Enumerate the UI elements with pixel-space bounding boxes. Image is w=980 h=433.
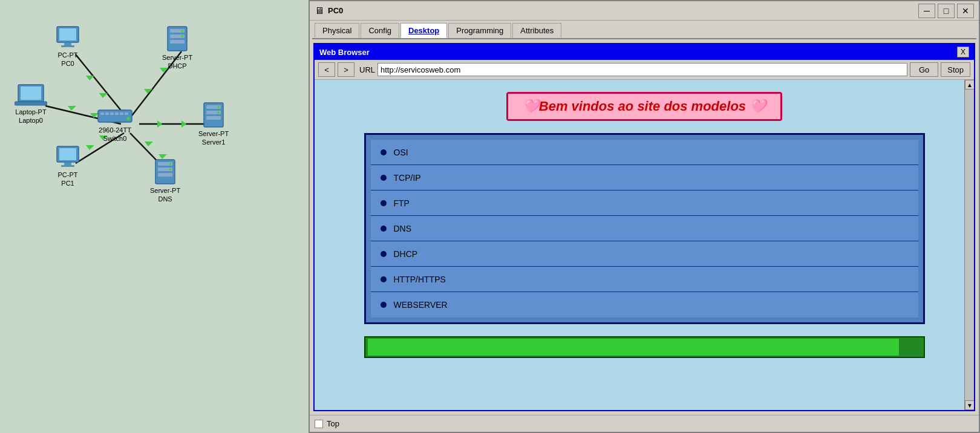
device-pc1[interactable]: PC-PTPC1 [53, 145, 82, 188]
svg-rect-47 [64, 162, 71, 165]
maximize-button[interactable]: □ [938, 4, 955, 18]
scrollbar-vertical[interactable]: ▲ ▼ [964, 80, 974, 410]
device-pc0-label: PC-PTPC0 [58, 51, 78, 68]
browser-nav-bar: < > URL Go Stop [315, 60, 974, 80]
ftp-label: FTP [394, 198, 410, 208]
top-label: Top [327, 419, 339, 428]
menu-item-dns[interactable]: DNS [371, 216, 918, 241]
device-dhcp-label: Server-PTDHCP [162, 53, 192, 71]
minimize-button[interactable]: ─ [918, 4, 935, 18]
top-checkbox[interactable] [315, 420, 323, 428]
svg-point-43 [217, 106, 220, 108]
svg-rect-33 [105, 112, 109, 115]
svg-marker-13 [181, 120, 186, 128]
server-icon [163, 25, 192, 52]
forward-button[interactable]: > [338, 62, 354, 77]
svg-marker-7 [99, 93, 108, 98]
webserver-bullet [381, 302, 387, 308]
browser-container: Web Browser X < > URL Go Stop 🩷Bem vindo [310, 39, 979, 415]
tab-config[interactable]: Config [361, 23, 399, 38]
svg-point-26 [181, 30, 183, 32]
device-pc1-label: PC-PTPC1 [58, 171, 78, 188]
go-button[interactable]: Go [910, 62, 938, 77]
browser-close-button[interactable]: X [957, 47, 969, 57]
device-dhcp[interactable]: Server-PTDHCP [162, 25, 192, 71]
svg-marker-12 [157, 120, 162, 128]
device-dns[interactable]: Server-PTDNS [150, 158, 180, 204]
menu-item-osi[interactable]: OSI [371, 140, 918, 165]
svg-rect-42 [206, 116, 221, 120]
menu-item-ftp[interactable]: FTP [371, 190, 918, 216]
tab-attributes[interactable]: Attributes [512, 23, 561, 38]
svg-rect-35 [115, 112, 119, 115]
http-label: HTTP/HTTPS [394, 275, 446, 284]
ftp-bullet [381, 200, 387, 206]
svg-rect-25 [170, 40, 185, 44]
scroll-down-button[interactable]: ▼ [965, 400, 974, 410]
svg-rect-29 [21, 86, 41, 100]
svg-rect-36 [120, 112, 123, 115]
tab-physical[interactable]: Physical [315, 23, 359, 38]
tab-desktop[interactable]: Desktop [400, 23, 447, 38]
bottom-bar: Top [310, 415, 979, 432]
svg-marker-17 [145, 142, 153, 146]
menu-item-http[interactable]: HTTP/HTTPS [371, 267, 918, 292]
device-server1[interactable]: Server-PTServer1 [198, 102, 229, 147]
browser-title-bar: Web Browser X [315, 44, 974, 60]
dns-label: DNS [394, 224, 412, 233]
green-bar [364, 336, 925, 358]
svg-rect-48 [61, 165, 74, 167]
laptop-icon [15, 83, 47, 106]
scroll-up-button[interactable]: ▲ [965, 80, 974, 90]
device-dns-label: Server-PTDNS [150, 186, 180, 204]
browser-title: Web Browser [319, 48, 370, 57]
svg-point-27 [181, 35, 183, 37]
osi-bullet [381, 149, 387, 155]
svg-rect-37 [125, 112, 128, 115]
tcpip-bullet [381, 175, 387, 181]
menu-item-webserver[interactable]: WEBSERVER [371, 292, 918, 317]
pc-icon [53, 25, 82, 50]
tab-programming[interactable]: Programming [448, 23, 511, 38]
back-button[interactable]: < [318, 62, 335, 77]
svg-marker-6 [86, 76, 94, 80]
svg-rect-32 [100, 112, 104, 115]
switch-icon [97, 108, 133, 125]
http-bullet [381, 276, 387, 282]
window-icon: 🖥 [315, 5, 324, 16]
menu-container: OSI TCP/IP FTP DNS [364, 133, 925, 324]
svg-rect-34 [110, 112, 114, 115]
url-label: URL [359, 65, 375, 74]
browser-content: 🩷Bem vindos ao site dos modelos 🩷 OSI TC… [315, 80, 974, 410]
svg-rect-30 [15, 102, 47, 105]
device-laptop0[interactable]: Laptop-PTLaptop0 [15, 83, 47, 125]
device-switch0-label: 2960-24TTSwitch0 [99, 126, 131, 143]
device-pc0[interactable]: PC-PTPC0 [53, 25, 82, 68]
svg-marker-14 [86, 145, 94, 150]
svg-rect-31 [98, 110, 132, 122]
menu-item-tcpip[interactable]: TCP/IP [371, 165, 918, 190]
svg-rect-19 [59, 28, 76, 41]
device-server1-label: Server-PTServer1 [198, 129, 229, 147]
svg-marker-10 [68, 106, 76, 111]
device-laptop0-label: Laptop-PTLaptop0 [15, 108, 46, 125]
welcome-text: 🩷Bem vindos ao site dos modelos 🩷 [523, 99, 766, 114]
dns-bullet [381, 226, 387, 232]
title-bar: 🖥 PC0 ─ □ ✕ [310, 1, 979, 21]
tabs-bar: Physical Config Desktop Programming Attr… [310, 21, 979, 38]
svg-point-53 [169, 163, 171, 165]
topology-panel: PC-PTPC0 Server-PTDHCP Laptop-PTLaptop0 [0, 0, 309, 433]
webserver-label: WEBSERVER [394, 300, 448, 310]
device-switch0[interactable]: 2960-24TTSwitch0 [97, 108, 133, 143]
scroll-track[interactable] [965, 90, 974, 400]
window-title: PC0 [328, 6, 343, 15]
server1-icon [199, 102, 228, 128]
stop-button[interactable]: Stop [941, 62, 970, 77]
url-input[interactable] [377, 63, 907, 76]
pc1-icon [53, 145, 82, 169]
dhcp-bullet [381, 251, 387, 257]
close-button[interactable]: ✕ [957, 4, 974, 18]
green-bar-fill [368, 339, 899, 356]
menu-item-dhcp[interactable]: DHCP [371, 241, 918, 267]
svg-point-44 [217, 111, 220, 114]
